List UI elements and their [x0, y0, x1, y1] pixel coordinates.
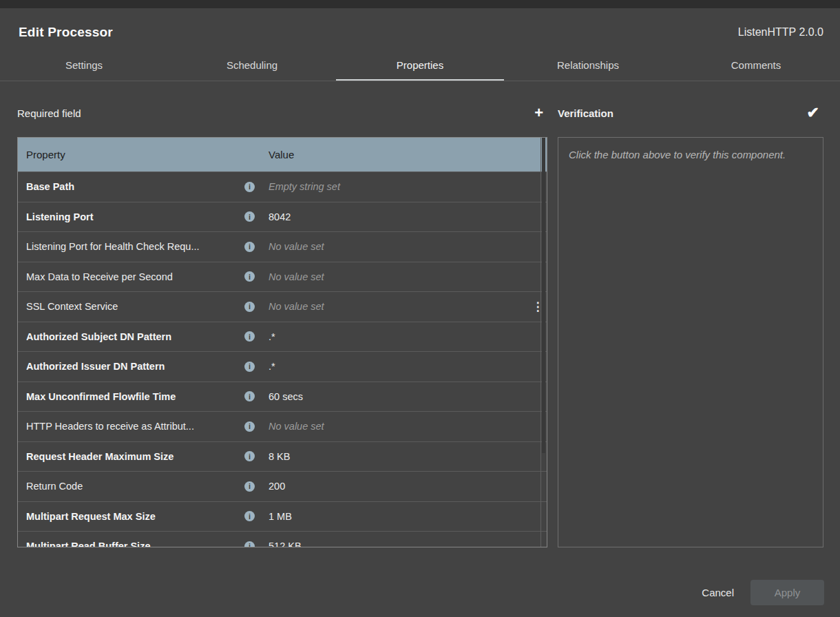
scrollbar-track — [540, 138, 541, 547]
property-value[interactable]: No value set — [255, 271, 529, 282]
property-value[interactable]: .* — [255, 361, 529, 372]
property-value[interactable]: Empty string set — [255, 181, 529, 192]
property-name: Max Data to Receive per Second — [26, 271, 244, 282]
column-header-value: Value — [255, 149, 529, 160]
dialog-title: Edit Processor — [19, 25, 113, 40]
property-row[interactable]: Listening Port for Health Check Requ...i… — [18, 231, 547, 262]
property-value[interactable]: 512 KB — [255, 541, 529, 547]
property-name: Multipart Read Buffer Size — [26, 541, 244, 547]
required-field-label: Required field — [17, 107, 81, 119]
tab-label: Scheduling — [227, 59, 277, 71]
properties-section-head: Required field + — [17, 101, 547, 125]
property-row[interactable]: Return Codei200⋮ — [18, 471, 547, 501]
info-icon[interactable]: i — [244, 271, 255, 282]
dialog-header: Edit Processor ListenHTTP 2.0.0 — [0, 8, 840, 50]
info-icon[interactable]: i — [244, 362, 255, 372]
table-header: Property Value — [18, 138, 547, 171]
info-icon[interactable]: i — [244, 302, 255, 312]
property-value[interactable]: 8042 — [255, 211, 529, 222]
property-row[interactable]: Authorized Issuer DN Patterni.*⋮ — [18, 351, 547, 381]
info-icon[interactable]: i — [244, 331, 255, 342]
info-icon[interactable]: i — [244, 182, 255, 192]
cancel-button[interactable]: Cancel — [702, 587, 734, 598]
info-icon[interactable]: i — [244, 211, 255, 222]
tab-label: Properties — [397, 59, 443, 71]
property-row[interactable]: Max Data to Receive per SecondiNo value … — [18, 262, 547, 292]
property-name: Base Path — [26, 181, 244, 192]
apply-button[interactable]: Apply — [750, 580, 824, 605]
property-row[interactable]: Request Header Maximum Sizei8 KB⋮ — [18, 441, 547, 472]
tab-label: Relationships — [557, 59, 619, 71]
property-value[interactable]: 200 — [255, 481, 529, 492]
column-header-property: Property — [26, 149, 244, 160]
info-icon[interactable]: i — [244, 541, 255, 547]
table-body: Base PathiEmpty string set⋮Listening Por… — [18, 171, 547, 547]
property-value[interactable]: 8 KB — [255, 451, 529, 462]
info-icon[interactable]: i — [244, 391, 255, 401]
verification-panel: Verification ✔ Click the button above to… — [558, 81, 823, 547]
property-value[interactable]: No value set — [255, 241, 529, 252]
verification-section-head: Verification ✔ — [558, 101, 823, 125]
dialog-content: Required field + Property Value Base Pat… — [0, 81, 840, 547]
tab-label: Comments — [731, 59, 781, 71]
property-row[interactable]: Multipart Request Max Sizei1 MB⋮ — [18, 501, 547, 532]
property-name: HTTP Headers to receive as Attribut... — [26, 421, 244, 432]
property-value[interactable]: 60 secs — [255, 391, 529, 402]
property-value[interactable]: .* — [255, 331, 529, 342]
property-name: Return Code — [26, 481, 244, 492]
property-row[interactable]: HTTP Headers to receive as Attribut...iN… — [18, 411, 547, 441]
property-name: Listening Port for Health Check Requ... — [26, 241, 244, 252]
tab-scheduling[interactable]: Scheduling — [168, 50, 336, 81]
property-row[interactable]: Authorized Subject DN Patterni.*⋮ — [18, 322, 547, 352]
property-row[interactable]: Base PathiEmpty string set⋮ — [18, 171, 547, 202]
processor-version: ListenHTTP 2.0.0 — [738, 26, 823, 39]
property-row[interactable]: Listening Porti8042⋮ — [18, 202, 547, 232]
tab-properties[interactable]: Properties — [336, 50, 504, 81]
info-icon[interactable]: i — [244, 421, 255, 432]
info-icon[interactable]: i — [244, 451, 255, 461]
dialog-footer: Cancel Apply — [0, 580, 840, 605]
property-name: Request Header Maximum Size — [26, 451, 244, 462]
verification-results-box: Click the button above to verify this co… — [558, 137, 823, 547]
property-name: Listening Port — [26, 211, 244, 222]
tab-relationships[interactable]: Relationships — [504, 50, 672, 81]
info-icon[interactable]: i — [244, 511, 255, 521]
tab-label: Settings — [65, 59, 103, 71]
tab-bar: Settings Scheduling Properties Relations… — [0, 50, 840, 81]
property-row[interactable]: Multipart Read Buffer Sizei512 KB⋮ — [18, 531, 547, 547]
property-name: Authorized Subject DN Pattern — [26, 331, 244, 342]
property-row[interactable]: Max Unconfirmed Flowfile Timei60 secs⋮ — [18, 381, 547, 412]
active-tab-indicator — [336, 79, 504, 81]
properties-table: Property Value Base PathiEmpty string se… — [17, 137, 547, 547]
property-name: SSL Context Service — [26, 301, 244, 312]
info-icon[interactable]: i — [244, 242, 255, 252]
scrollbar-thumb[interactable] — [542, 138, 545, 453]
property-name: Multipart Request Max Size — [26, 511, 244, 522]
edit-processor-dialog: Edit Processor ListenHTTP 2.0.0 Settings… — [0, 8, 840, 617]
info-icon[interactable]: i — [244, 481, 255, 492]
tab-settings[interactable]: Settings — [0, 50, 168, 81]
property-name: Max Unconfirmed Flowfile Time — [26, 391, 244, 402]
property-row[interactable]: SSL Context ServiceiNo value set⋮ — [18, 291, 547, 322]
verification-message: Click the button above to verify this co… — [569, 149, 786, 160]
property-value[interactable]: 1 MB — [255, 511, 529, 522]
property-value[interactable]: No value set — [255, 421, 529, 432]
property-value[interactable]: No value set — [255, 301, 529, 312]
properties-panel: Required field + Property Value Base Pat… — [17, 81, 547, 547]
verify-check-icon[interactable]: ✔ — [807, 105, 819, 121]
tab-comments[interactable]: Comments — [672, 50, 840, 81]
property-name: Authorized Issuer DN Pattern — [26, 361, 244, 372]
add-property-icon[interactable]: + — [534, 105, 543, 121]
verification-label: Verification — [558, 107, 613, 119]
